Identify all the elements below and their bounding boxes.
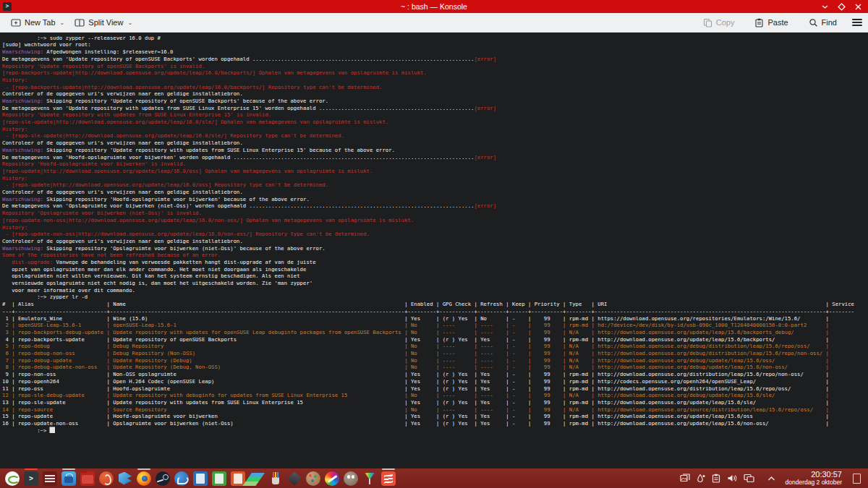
terminal-line: 8 | repo-debug-update-non-oss | Update R…	[2, 364, 868, 371]
search-icon	[809, 18, 818, 27]
firefox-icon	[137, 471, 151, 486]
terminal-text: :~> sudo zypper --releasever 16.0 dup #[…	[2, 34, 868, 434]
taskbar-item-opensuse-launcher[interactable]	[3, 468, 22, 488]
terminal-line: opslagruimten niet willen vernieuwen. Di…	[2, 273, 868, 280]
ink-drop-tray-icon[interactable]	[697, 474, 705, 483]
discover-icon	[61, 471, 76, 486]
taskbar-item-inkscape[interactable]	[285, 468, 304, 488]
taskbar-item-layers-app[interactable]	[247, 468, 266, 488]
taskbar-item-yast[interactable]	[97, 468, 116, 488]
taskbar-item-system-settings[interactable]	[41, 468, 59, 488]
window-indicator	[382, 468, 395, 470]
taskbar-item-palette-app[interactable]	[304, 468, 323, 488]
terminal-line: 7 | repo-debug-update | Update Repositor…	[2, 356, 868, 364]
terminal-line: # | Alias | Name | Enabled | GPG Check |…	[2, 300, 868, 307]
maximize-button[interactable]	[838, 3, 846, 11]
close-button[interactable]	[854, 3, 862, 11]
terminal-line: History:	[2, 125, 868, 132]
tasks-app-icon	[381, 471, 396, 486]
new-tab-icon	[11, 18, 21, 27]
volume-tray-icon[interactable]	[727, 474, 737, 483]
find-button[interactable]: Find	[804, 16, 842, 30]
taskbar-item-lo-writer[interactable]	[191, 468, 210, 488]
title-bar[interactable]: ~ : bash — Konsole	[0, 0, 868, 13]
window-indicator	[25, 468, 38, 470]
menu-icon[interactable]	[852, 17, 862, 27]
paste-label: Paste	[767, 18, 788, 27]
peek-desktop-button[interactable]	[853, 474, 861, 484]
terminal-line: Repository 'Opslagruimte voor bijwerken …	[2, 209, 868, 216]
paste-button[interactable]: Paste	[749, 16, 793, 30]
taskbar-item-krita[interactable]	[323, 468, 341, 488]
terminal-line: 14 | repo-source | Source Repository | N…	[2, 406, 868, 413]
terminal-line: [repo-update|http://download.opensuse.or…	[2, 167, 868, 174]
paste-icon	[754, 18, 764, 27]
terminal-line: 13 | repo-sle-update | Update repository…	[2, 398, 868, 406]
chevron-down-icon: ⌄	[127, 20, 132, 26]
lo-impress-icon	[231, 471, 245, 486]
terminal-line: History:	[2, 174, 868, 181]
terminal-line: 16 | repo-update-non-oss | Opslagruimte …	[2, 419, 868, 427]
terminal-line: 6 | repo-debug-non-oss | Debug Repositor…	[2, 349, 868, 356]
art-supplies-icon	[268, 471, 283, 486]
terminal-line: 5 | repo-debug | Debug Repository | No |…	[2, 343, 868, 350]
terminal-line: Waarschuwing: Afgedwongen instelling: $r…	[2, 48, 868, 55]
taskbar-item-tasks-app[interactable]	[379, 468, 398, 488]
desktop-screen: ~ : bash — Konsole New Tab ⌄ Split View …	[0, 0, 868, 488]
terminal-line: De metagegevens van 'Update repository w…	[2, 104, 868, 111]
terminal-line: 11 | repo-oss | Hoofd-opslagruimte | Yes…	[2, 385, 868, 392]
taskbar-item-dolphin[interactable]	[78, 468, 97, 488]
taskbar-item-lo-impress[interactable]	[229, 468, 247, 488]
split-view-icon	[75, 18, 85, 27]
steam-icon	[156, 471, 170, 486]
displays-tray-icon[interactable]	[744, 474, 754, 483]
taskbar-item-firefox[interactable]	[135, 468, 153, 488]
gallery-tray-icon[interactable]	[680, 474, 690, 483]
terminal-line: dist-upgrade: Vanwege de behandeling van…	[2, 258, 868, 265]
clock-date: donderdag 2 oktober	[786, 479, 842, 486]
terminal-line: Waarschuwing: Skipping repository 'Hoofd…	[2, 195, 868, 202]
taskbar-item-lo-calc[interactable]	[210, 468, 229, 488]
find-label: Find	[822, 18, 837, 27]
clock-widget[interactable]: 20:30:57 donderdag 2 oktober	[786, 471, 842, 485]
split-view-button[interactable]: Split View ⌄	[69, 16, 137, 30]
opensuse-launcher-icon	[5, 471, 20, 486]
clipboard-tray-icon[interactable]	[712, 474, 720, 483]
taskbar-item-discover[interactable]	[59, 468, 78, 488]
taskbar-item-thunderbird[interactable]	[172, 468, 191, 488]
terminal-line: - [repo-update-non-oss|http://download.o…	[2, 230, 868, 237]
terminal-line: 10 | repo-openh264 | Open H.264 Codec (o…	[2, 377, 868, 385]
terminal-line: - [repo-sle-update|http://download.opens…	[2, 132, 868, 140]
terminal-line: vernieuwde opslagruimte niet echt nodig …	[2, 279, 868, 286]
window-title: ~ : bash — Konsole	[0, 2, 868, 11]
taskbar-item-konsole[interactable]	[22, 468, 41, 488]
terminal-line: Controleer of de opgegeven uri's verwijz…	[2, 188, 868, 195]
taskbar-item-art-supplies[interactable]	[266, 468, 285, 488]
terminal-line: 15 | repo-update | Hoofd-opslagruimte vo…	[2, 413, 868, 420]
terminal-line: Waarschuwing: Skipping repository 'Updat…	[2, 97, 868, 104]
terminal-line: De metagegevens van 'Opslagruimte voor b…	[2, 202, 868, 210]
copy-button[interactable]: Copy	[698, 16, 740, 30]
terminal-line: :~> zypper lr -d	[2, 294, 868, 301]
inkscape-icon	[287, 471, 302, 486]
taskbar-item-gimp[interactable]	[341, 468, 360, 488]
window-indicator	[137, 468, 150, 470]
konsole-icon	[24, 471, 38, 486]
system-settings-icon	[43, 471, 57, 486]
expand-tray-chevron-icon[interactable]	[767, 475, 776, 482]
konsole-window-icon	[3, 2, 12, 11]
gimp-icon	[344, 471, 358, 486]
minimize-button[interactable]	[821, 3, 829, 11]
dolphin-icon	[80, 471, 95, 486]
terminal-line: De metagegevens van 'Hoofd-opslagruimte …	[2, 153, 868, 160]
terminal-line: Some of the repositories have not been r…	[2, 252, 868, 259]
terminal-line: :~>	[2, 427, 868, 434]
terminal-line: Repository 'Update repository with updat…	[2, 111, 868, 119]
taskbar-item-color-wine[interactable]	[360, 468, 379, 488]
window-indicator	[62, 468, 75, 470]
new-tab-button[interactable]: New Tab ⌄	[6, 16, 69, 30]
taskbar-item-kde-app[interactable]	[116, 468, 135, 488]
taskbar-item-steam[interactable]	[153, 468, 172, 488]
terminal-output[interactable]: :~> sudo zypper --releasever 16.0 dup #[…	[0, 33, 868, 468]
terminal-line: Controleer of de opgegeven uri's verwijz…	[2, 90, 868, 98]
